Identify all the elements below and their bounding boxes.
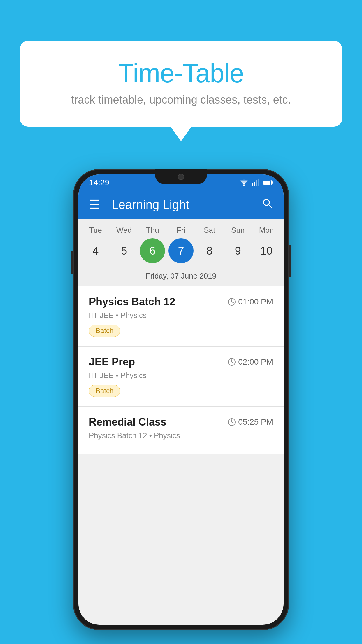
clock-icon-2 [228, 358, 236, 366]
svg-rect-8 [263, 181, 270, 185]
calendar-section: Tue Wed Thu Fri Sat Sun [78, 219, 284, 286]
wifi-icon [239, 179, 249, 186]
svg-rect-7 [271, 181, 273, 184]
speech-bubble: Time-Table track timetable, upcoming cla… [20, 41, 342, 127]
signal-icon [252, 179, 260, 186]
batch-badge-2: Batch [89, 385, 120, 397]
date-6-today[interactable]: 6 [140, 238, 165, 263]
weekday-fri: Fri [168, 226, 194, 235]
schedule-item-2-time: 02:00 PM [228, 357, 273, 367]
selected-date-label: Friday, 07 June 2019 [78, 269, 284, 286]
speech-bubble-title: Time-Table [43, 58, 319, 88]
schedule-item-2-header: JEE Prep 02:00 PM [89, 356, 273, 368]
app-bar: ☰ Learning Light [78, 191, 284, 219]
svg-line-13 [232, 302, 233, 303]
schedule-item-3-subtitle: Physics Batch 12 • Physics [89, 431, 273, 440]
schedule-item-3[interactable]: Remedial Class 05:25 PM Physics Batch 12… [78, 407, 284, 454]
svg-rect-3 [254, 182, 255, 186]
schedule-item-3-header: Remedial Class 05:25 PM [89, 416, 273, 428]
hamburger-icon[interactable]: ☰ [89, 199, 100, 211]
weekday-mon: Mon [254, 226, 279, 235]
date-9[interactable]: 9 [225, 238, 250, 263]
weekday-thu: Thu [140, 226, 165, 235]
svg-line-19 [232, 422, 233, 423]
schedule-item-2-subtitle: IIT JEE • Physics [89, 371, 273, 380]
schedule-item-2-title: JEE Prep [89, 356, 135, 368]
schedule-item-1-time: 01:00 PM [228, 297, 273, 307]
svg-rect-4 [256, 180, 257, 186]
status-icons [239, 179, 273, 186]
speech-bubble-wrapper: Time-Table track timetable, upcoming cla… [20, 41, 342, 127]
phone-screen: 14:29 [78, 174, 284, 625]
schedule-item-3-time: 05:25 PM [228, 417, 273, 427]
phone-outer: 14:29 [73, 169, 289, 630]
svg-line-10 [268, 204, 272, 208]
date-5[interactable]: 5 [112, 238, 137, 263]
svg-rect-2 [252, 183, 253, 186]
date-10[interactable]: 10 [254, 238, 279, 263]
phone-frame: 14:29 [73, 169, 289, 630]
svg-line-16 [232, 362, 233, 363]
weekday-tue: Tue [83, 226, 108, 235]
date-4[interactable]: 4 [83, 238, 108, 263]
phone-button-left [71, 251, 73, 274]
status-time: 14:29 [89, 178, 109, 187]
phone-camera [178, 174, 184, 180]
schedule-item-3-title: Remedial Class [89, 416, 166, 428]
phone-notch [155, 169, 207, 184]
search-icon[interactable] [261, 197, 273, 212]
app-title: Learning Light [109, 198, 253, 212]
schedule-list: Physics Batch 12 01:00 PM IIT JEE • Phys… [78, 286, 284, 454]
weekday-wed: Wed [112, 226, 137, 235]
weekday-sun: Sun [225, 226, 250, 235]
phone-button-right [289, 245, 291, 277]
battery-icon [263, 179, 273, 186]
svg-point-1 [243, 185, 245, 186]
clock-icon-3 [228, 418, 236, 426]
date-8[interactable]: 8 [197, 238, 222, 263]
speech-bubble-subtitle: track timetable, upcoming classes, tests… [43, 94, 319, 106]
date-row: 4 5 6 7 8 9 [78, 238, 284, 263]
clock-icon-1 [228, 298, 236, 306]
schedule-item-2[interactable]: JEE Prep 02:00 PM IIT JEE • Physics Batc… [78, 346, 284, 407]
schedule-item-1[interactable]: Physics Batch 12 01:00 PM IIT JEE • Phys… [78, 286, 284, 346]
weekday-sat: Sat [197, 226, 222, 235]
schedule-item-1-title: Physics Batch 12 [89, 296, 175, 308]
date-7-selected[interactable]: 7 [168, 238, 194, 263]
svg-rect-5 [258, 179, 259, 186]
batch-badge-1: Batch [89, 325, 120, 337]
schedule-item-1-header: Physics Batch 12 01:00 PM [89, 296, 273, 308]
weekday-row: Tue Wed Thu Fri Sat Sun [78, 226, 284, 235]
schedule-item-1-subtitle: IIT JEE • Physics [89, 311, 273, 320]
